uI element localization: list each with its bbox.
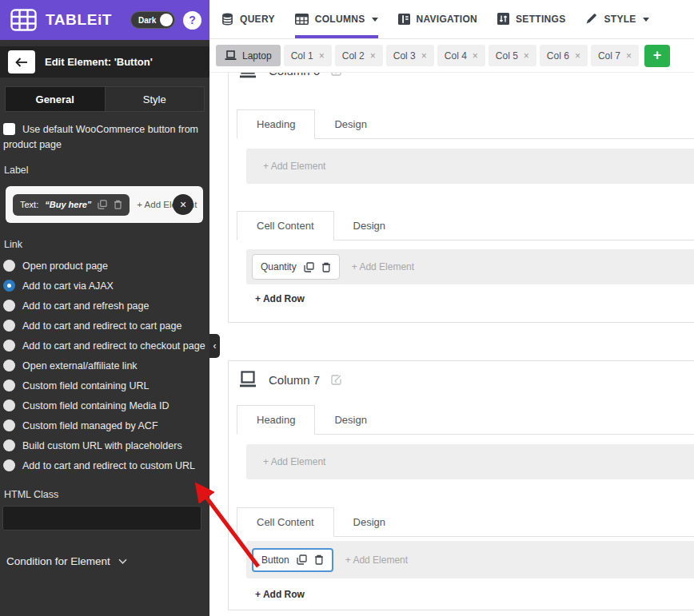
columns-scroll-area: Column 6 Heading Design + Add Element	[209, 72, 694, 616]
heading-tab-row: Heading Design	[237, 405, 694, 435]
nav-settings[interactable]: SETTINGS	[497, 0, 565, 38]
copy-icon[interactable]	[98, 200, 107, 209]
default-button-checkbox[interactable]	[3, 123, 15, 135]
radio-icon[interactable]	[3, 320, 15, 332]
dark-toggle-label: Dark	[138, 16, 156, 25]
radio-icon[interactable]	[3, 439, 15, 451]
app-window: TABLEiT Dark ? Edit Element: 'Button' Ge…	[0, 0, 694, 616]
radio-icon[interactable]	[3, 260, 15, 272]
sidebar-collapse-handle[interactable]: ‹	[209, 334, 220, 358]
link-option-redirect-cart[interactable]: Add to cart and redirect to cart page	[3, 316, 206, 336]
link-option-redirect-checkout[interactable]: Add to cart and redirect to checkout pag…	[3, 336, 206, 356]
radio-icon[interactable]	[3, 419, 15, 431]
trash-icon[interactable]	[314, 554, 324, 565]
column-icon	[238, 371, 258, 389]
add-column-button[interactable]: +	[644, 45, 670, 67]
close-icon[interactable]: ×	[319, 50, 325, 62]
back-button[interactable]	[8, 50, 35, 74]
radio-icon[interactable]	[3, 280, 15, 292]
close-icon[interactable]: ×	[524, 50, 529, 62]
nav-style[interactable]: STYLE	[585, 0, 648, 38]
heading-add-element-area[interactable]: + Add Element	[246, 444, 694, 479]
column-title: Column 7	[269, 373, 320, 387]
tab-general[interactable]: General	[6, 87, 105, 111]
panel-title: Edit Element: 'Button'	[45, 56, 153, 68]
database-icon	[221, 13, 233, 26]
column-tab-4[interactable]: Col 4 ×	[437, 45, 485, 66]
default-button-checkbox-label: Use default WooCommerce button from prod…	[3, 124, 198, 150]
column-tab-5[interactable]: Col 5 ×	[489, 45, 536, 66]
tab-design[interactable]: Design	[315, 405, 385, 435]
tab-cell-content[interactable]: Cell Content	[237, 211, 334, 240]
radio-icon[interactable]	[3, 399, 15, 411]
device-and-columns-bar: Laptop Col 1 × Col 2 × Col 3 × Col 4 × C…	[209, 39, 694, 72]
copy-icon[interactable]	[297, 554, 307, 565]
tab-heading[interactable]: Heading	[237, 405, 315, 435]
radio-icon[interactable]	[3, 360, 15, 372]
column-6-card: Column 6 Heading Design + Add Element	[228, 72, 694, 323]
tab-design[interactable]: Design	[315, 109, 385, 139]
text-element-chip[interactable]: Text: “Buy here”	[13, 194, 130, 216]
trash-icon[interactable]	[114, 200, 122, 209]
column-tab-2[interactable]: Col 2 ×	[335, 45, 383, 66]
column-tab-7[interactable]: Col 7 ×	[591, 45, 639, 66]
nav-navigation[interactable]: NAVIGATION	[398, 0, 478, 38]
radio-icon[interactable]	[3, 340, 15, 352]
close-icon[interactable]: ×	[626, 50, 632, 62]
button-element-chip[interactable]: Button	[252, 548, 333, 572]
cell-content-row[interactable]: Button + Add Element	[246, 541, 694, 578]
link-option-custom-field-url[interactable]: Custom field containing URL	[3, 376, 206, 395]
chevron-down-icon	[118, 558, 127, 564]
link-option-add-to-cart-ajax[interactable]: Add to cart via AJAX	[3, 276, 206, 296]
link-section-title: Link	[4, 239, 22, 250]
link-option-acf-field[interactable]: Custom field managed by ACF	[3, 415, 206, 435]
condition-for-element-toggle[interactable]: Condition for Element	[6, 555, 127, 567]
link-option-open-product-page[interactable]: Open product page	[3, 256, 206, 276]
cell-add-element[interactable]: + Add Element	[352, 261, 414, 272]
close-icon[interactable]: ×	[473, 50, 478, 62]
column-title: Column 6	[269, 72, 320, 77]
tab-design[interactable]: Design	[334, 507, 405, 537]
close-icon[interactable]: ×	[575, 50, 580, 62]
quantity-element-chip[interactable]: Quantity	[252, 254, 340, 280]
app-title: TABLEiT	[46, 11, 112, 29]
column-tab-3[interactable]: Col 3 ×	[386, 45, 434, 66]
link-option-external-link[interactable]: Open external/affiliate link	[3, 356, 206, 376]
laptop-icon	[225, 50, 237, 61]
copy-icon[interactable]	[304, 262, 314, 272]
nav-columns[interactable]: COLUMNS	[295, 0, 378, 38]
radio-icon[interactable]	[3, 459, 15, 471]
link-option-custom-field-media[interactable]: Custom field containing Media ID	[3, 395, 206, 415]
column-tab-1[interactable]: Col 1 ×	[284, 45, 332, 66]
device-tab-laptop[interactable]: Laptop	[216, 45, 281, 66]
cell-add-element[interactable]: + Add Element	[345, 554, 408, 566]
help-button[interactable]: ?	[183, 11, 201, 30]
dark-mode-toggle[interactable]: Dark	[130, 11, 175, 29]
add-row-button[interactable]: + Add Row	[255, 293, 305, 304]
heading-add-element-area[interactable]: + Add Element	[246, 149, 694, 184]
close-icon[interactable]: ×	[173, 194, 193, 215]
trash-icon[interactable]	[321, 262, 331, 272]
link-option-add-refresh[interactable]: Add to cart and refresh page	[3, 296, 206, 316]
default-button-checkbox-row: Use default WooCommerce button from prod…	[3, 122, 205, 153]
cell-content-row[interactable]: Quantity + Add Element	[246, 249, 694, 284]
edit-icon[interactable]	[330, 72, 342, 77]
heading-tab-row: Heading Design	[237, 109, 694, 139]
tab-cell-content[interactable]: Cell Content	[237, 507, 334, 537]
close-icon[interactable]: ×	[370, 50, 376, 62]
tab-style[interactable]: Style	[105, 87, 205, 111]
tab-design[interactable]: Design	[334, 211, 405, 240]
text-chip-value: “Buy here”	[45, 200, 91, 209]
label-elements-box: Text: “Buy here” + Add Element ×	[6, 186, 203, 223]
link-option-custom-url-placeholders[interactable]: Build custom URL with placeholders	[3, 435, 206, 455]
html-class-input[interactable]	[2, 506, 201, 531]
close-icon[interactable]: ×	[421, 50, 427, 62]
column-tab-6[interactable]: Col 6 ×	[540, 45, 588, 66]
nav-query[interactable]: QUERY	[221, 0, 275, 38]
radio-icon[interactable]	[3, 300, 15, 312]
radio-icon[interactable]	[3, 380, 15, 391]
edit-icon[interactable]	[330, 374, 342, 386]
tab-heading[interactable]: Heading	[237, 109, 315, 139]
link-option-redirect-custom-url[interactable]: Add to cart and redirect to custom URL	[3, 455, 206, 475]
add-row-button[interactable]: + Add Row	[255, 589, 305, 600]
